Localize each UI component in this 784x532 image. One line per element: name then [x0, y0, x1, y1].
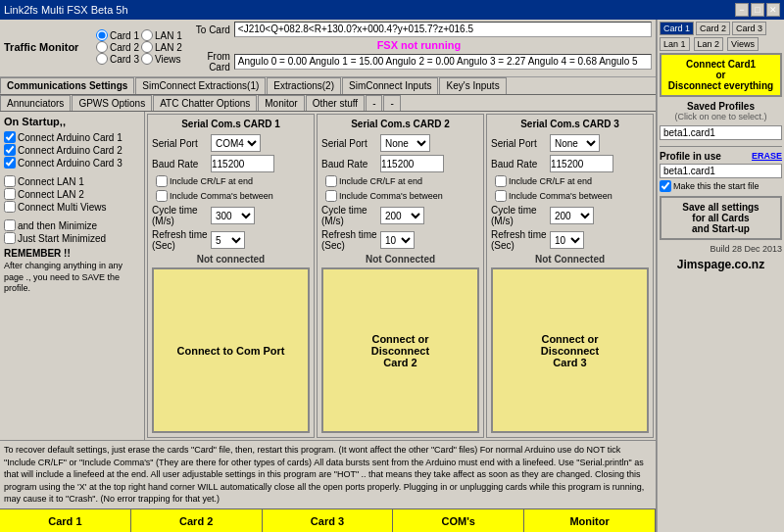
traffic-monitor-row: Traffic Monitor Card 1 LAN 1 Card 2 LAN … — [4, 22, 652, 73]
card2-baud-input[interactable] — [380, 155, 444, 172]
tab-gpws[interactable]: GPWS Options — [72, 95, 152, 111]
card2-radio-label: Card 2 — [110, 42, 139, 53]
cb-multiviews-input[interactable] — [4, 201, 16, 213]
card2-radio[interactable] — [96, 41, 108, 53]
card1-refresh-select[interactable]: 5 10 — [211, 231, 245, 249]
tab-simconnect-ext1[interactable]: SimConnect Extractions(1) — [135, 77, 266, 94]
card1-port-select[interactable]: COM4 None — [211, 134, 261, 152]
serial-card-1: Serial Com.s CARD 1 Serial Port COM4 Non… — [147, 114, 315, 438]
card3-crlf-row: Include CR/LF at end — [491, 175, 649, 187]
bottom-tab-card2[interactable]: Card 2 — [131, 509, 263, 532]
card3-baud-input[interactable] — [550, 155, 613, 172]
bottom-tab-card1[interactable]: Card 1 — [0, 509, 131, 532]
card3-port-label: Serial Port — [491, 138, 548, 149]
cb-lan2-input[interactable] — [4, 188, 16, 200]
lan1-radio-label: LAN 1 — [155, 30, 182, 41]
card1-comma-cb[interactable] — [156, 190, 168, 202]
card2-crlf-cb[interactable] — [325, 175, 337, 187]
card3-radio[interactable] — [96, 53, 108, 65]
tab-simconnect-inputs[interactable]: SimConnect Inputs — [342, 77, 439, 94]
bottom-tab-card3[interactable]: Card 3 — [263, 509, 394, 532]
connect-all-btn[interactable]: Connect Card1orDisconnect everything — [660, 53, 782, 97]
tab-extractions2[interactable]: Extractions(2) — [267, 77, 341, 94]
lan2-radio-label: LAN 2 — [155, 42, 182, 53]
bottom-tab-monitor[interactable]: Monitor — [524, 509, 656, 532]
tab-dash2[interactable]: - — [383, 95, 400, 111]
tab-row-2: Annunciators GPWS Options ATC Chatter Op… — [0, 95, 656, 112]
card1-port-row: Serial Port COM4 None — [152, 134, 310, 152]
card1-radio[interactable] — [96, 29, 108, 41]
bottom-tabs: Card 1 Card 2 Card 3 COM's Monitor — [0, 508, 656, 532]
minimize-button[interactable]: − — [735, 3, 749, 17]
card1-connect-btn[interactable]: Connect to Com Port — [152, 267, 310, 433]
cb-start-minimized-label: Just Start Minimized — [18, 233, 106, 244]
sidebar-tab-card1[interactable]: Card 1 — [660, 22, 694, 35]
save-all-label: Save all settingsfor all Cardsand Start-… — [682, 202, 759, 234]
cb-arduino3: Connect Arduino Card 3 — [4, 157, 140, 169]
lan2-radio[interactable] — [141, 41, 153, 53]
cb-arduino2-input[interactable] — [4, 144, 16, 156]
lan1-radio[interactable] — [141, 29, 153, 41]
card1-cycle-select[interactable]: 300 200 100 — [211, 207, 255, 224]
serial-card-2: Serial Com.s CARD 2 Serial Port None COM… — [317, 114, 484, 438]
cb-start-minimized-input[interactable] — [4, 232, 16, 244]
cb-lan1-input[interactable] — [4, 175, 16, 187]
sidebar-tab-lan1[interactable]: Lan 1 — [660, 37, 690, 51]
cb-multiviews-label: Connect Multi Views — [18, 202, 106, 213]
startup-title: On Startup,, — [4, 116, 140, 127]
card3-comma-cb[interactable] — [495, 190, 507, 202]
card2-port-select[interactable]: None COM4 — [380, 134, 430, 152]
card2-cycle-row: Cycle time (M/s) 200 300 100 — [321, 205, 479, 226]
fsx-status: FSX not running — [186, 39, 652, 51]
maximize-button[interactable]: □ — [751, 3, 764, 17]
bottom-text: To recover default settings, just erase … — [0, 440, 656, 508]
cb-arduino1-input[interactable] — [4, 131, 16, 143]
profile-item-0[interactable]: beta1.card1 — [660, 125, 782, 140]
sidebar-tab-lan2[interactable]: Lan 2 — [694, 37, 724, 51]
jimspage[interactable]: Jimspage.co.nz — [660, 258, 782, 271]
card2-comma-cb[interactable] — [325, 190, 337, 202]
sidebar-tab-views[interactable]: Views — [727, 37, 759, 51]
cb-minimize-input[interactable] — [4, 219, 16, 231]
build-info: Build 28 Dec 2013 — [660, 244, 782, 254]
bottom-tab-coms[interactable]: COM's — [393, 509, 524, 532]
card3-port-select[interactable]: None COM4 — [550, 134, 600, 152]
erase-button[interactable]: ERASE — [752, 151, 782, 162]
tab-atc-chatter[interactable]: ATC Chatter Options — [153, 95, 257, 111]
to-card-data: <J210<Q+082.8<R+130.0?x+000.4?y+015.7?z+… — [234, 22, 652, 37]
card2-cycle-select[interactable]: 200 300 100 — [380, 207, 424, 224]
cb-minimize: and then Minimize — [4, 219, 140, 231]
close-button[interactable]: ✕ — [766, 3, 780, 17]
card1-radio-label: Card 1 — [110, 30, 139, 41]
card3-refresh-select[interactable]: 10 5 — [550, 231, 584, 249]
views-radio[interactable] — [141, 53, 153, 65]
cb-arduino3-input[interactable] — [4, 157, 16, 169]
card3-connect-btn[interactable]: Connect orDisconnectCard 3 — [491, 267, 649, 433]
tab-keys-inputs[interactable]: Key's Inputs — [439, 77, 506, 94]
card3-cycle-select[interactable]: 200 300 100 — [550, 207, 594, 224]
card3-baud-row: Baud Rate — [491, 155, 649, 172]
cb-minimize-label: and then Minimize — [18, 220, 97, 231]
sidebar-tab-card3[interactable]: Card 3 — [732, 22, 766, 35]
card2-title: Serial Com.s CARD 2 — [321, 119, 479, 129]
card2-connect-btn[interactable]: Connect orDisconnectCard 2 — [321, 267, 479, 433]
card1-baud-input[interactable] — [211, 155, 274, 172]
tab-monitor[interactable]: Monitor — [258, 95, 304, 111]
card1-crlf-label: Include CR/LF at end — [170, 176, 253, 186]
card2-refresh-label: Refresh time (Sec) — [321, 229, 378, 251]
tab-communications[interactable]: Communications Settings — [0, 77, 134, 94]
card3-comma-label: Include Comma's between — [509, 191, 612, 201]
tab-dash1[interactable]: - — [366, 95, 382, 111]
save-all-btn[interactable]: Save all settingsfor all Cardsand Start-… — [660, 196, 782, 240]
card1-crlf-cb[interactable] — [156, 175, 168, 187]
card3-crlf-cb[interactable] — [495, 175, 507, 187]
tab-annunciators[interactable]: Annunciators — [0, 95, 71, 111]
tab-other-stuff[interactable]: Other stuff — [306, 95, 366, 111]
card1-status: Not connected — [152, 254, 310, 265]
make-startfile-cb[interactable] — [660, 180, 671, 192]
from-card-label: From Card — [186, 51, 230, 73]
sidebar-tab-card2[interactable]: Card 2 — [696, 22, 730, 35]
card1-baud-label: Baud Rate — [152, 159, 209, 169]
card2-refresh-select[interactable]: 10 5 — [380, 231, 415, 249]
card2-port-row: Serial Port None COM4 — [321, 134, 479, 152]
